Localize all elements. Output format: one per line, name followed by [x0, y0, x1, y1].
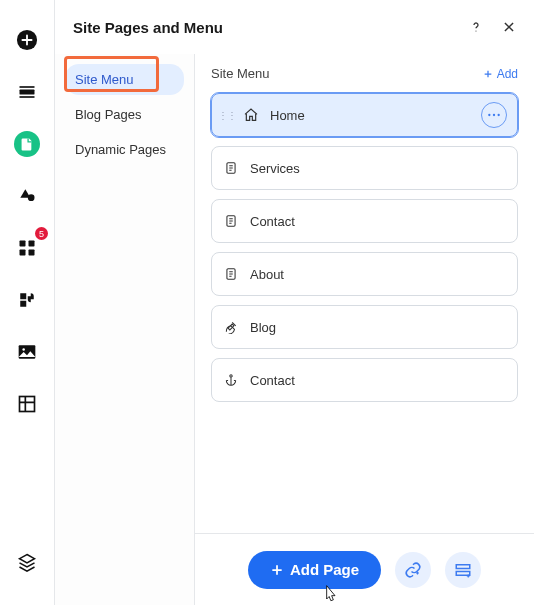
- drag-grip-icon[interactable]: ⋮⋮: [222, 110, 232, 121]
- rail-add-icon[interactable]: [9, 22, 45, 58]
- rail-grid-icon[interactable]: [9, 386, 45, 422]
- svg-rect-14: [20, 397, 35, 412]
- add-link[interactable]: Add: [483, 67, 518, 81]
- rail-theme-icon[interactable]: [9, 178, 45, 214]
- page-row[interactable]: ⋮⋮Home: [211, 93, 518, 137]
- page-row[interactable]: Blog: [211, 305, 518, 349]
- left-rail: 5: [0, 0, 54, 605]
- add-link-label: Add: [497, 67, 518, 81]
- page-label: Services: [250, 161, 507, 176]
- page-label: About: [250, 267, 507, 282]
- svg-point-19: [498, 114, 500, 116]
- main-column: Site Menu Add ⋮⋮HomeServicesContactAbout…: [195, 54, 534, 605]
- panel-title: Site Pages and Menu: [73, 19, 223, 36]
- svg-rect-11: [20, 301, 26, 307]
- page-list: ⋮⋮HomeServicesContactAboutBlogContact: [211, 93, 518, 402]
- svg-rect-2: [20, 86, 35, 88]
- rail-layers-icon[interactable]: [9, 553, 45, 589]
- page-label: Contact: [250, 373, 507, 388]
- page-label: Blog: [250, 320, 507, 335]
- svg-point-18: [493, 114, 495, 116]
- doc-icon: [222, 212, 240, 230]
- rail-apps-icon[interactable]: 5: [9, 230, 45, 266]
- pen-icon: [222, 318, 240, 336]
- sidebar-item-label: Blog Pages: [75, 107, 142, 122]
- sidebar-item-blog-pages[interactable]: Blog Pages: [65, 99, 184, 130]
- doc-icon: [222, 159, 240, 177]
- svg-rect-9: [29, 250, 35, 256]
- home-icon: [242, 106, 260, 124]
- page-row[interactable]: Contact: [211, 358, 518, 402]
- section-button[interactable]: [445, 552, 481, 588]
- page-label: Home: [270, 108, 471, 123]
- section-title: Site Menu: [211, 66, 270, 81]
- sidebar-item-site-menu[interactable]: Site Menu: [65, 64, 184, 95]
- page-row[interactable]: Contact: [211, 199, 518, 243]
- rail-layout-bar-icon[interactable]: [9, 74, 45, 110]
- svg-rect-6: [20, 241, 26, 247]
- svg-rect-24: [456, 564, 470, 568]
- add-page-label: Add Page: [290, 561, 359, 578]
- sidebar-item-label: Dynamic Pages: [75, 142, 166, 157]
- apps-badge: 5: [35, 227, 48, 240]
- panel-footer: Add Page: [195, 533, 534, 605]
- svg-point-23: [230, 375, 232, 377]
- svg-rect-3: [20, 96, 35, 98]
- panel-header: Site Pages and Menu: [55, 0, 534, 54]
- add-page-button[interactable]: Add Page: [248, 551, 381, 589]
- svg-point-16: [475, 30, 476, 31]
- svg-point-13: [22, 348, 25, 351]
- close-icon[interactable]: [502, 19, 516, 35]
- rail-plugin-icon[interactable]: [9, 282, 45, 318]
- help-icon[interactable]: [468, 19, 484, 35]
- sidebar-item-label: Site Menu: [75, 72, 134, 87]
- page-row[interactable]: About: [211, 252, 518, 296]
- svg-rect-10: [20, 293, 26, 299]
- svg-point-5: [28, 194, 35, 201]
- anchor-icon: [222, 371, 240, 389]
- page-row[interactable]: Services: [211, 146, 518, 190]
- doc-icon: [222, 265, 240, 283]
- svg-rect-8: [20, 250, 26, 256]
- link-button[interactable]: [395, 552, 431, 588]
- svg-rect-7: [29, 241, 35, 247]
- row-more-button[interactable]: [481, 102, 507, 128]
- sidebar-item-dynamic-pages[interactable]: Dynamic Pages: [65, 134, 184, 165]
- svg-rect-1: [20, 90, 35, 95]
- rail-pages-icon[interactable]: [9, 126, 45, 162]
- rail-media-icon[interactable]: [9, 334, 45, 370]
- svg-point-17: [488, 114, 490, 116]
- page-label: Contact: [250, 214, 507, 229]
- pages-panel: Site Pages and Menu Site Menu Blog Pages…: [54, 0, 534, 605]
- category-sidebar: Site Menu Blog Pages Dynamic Pages: [55, 54, 195, 605]
